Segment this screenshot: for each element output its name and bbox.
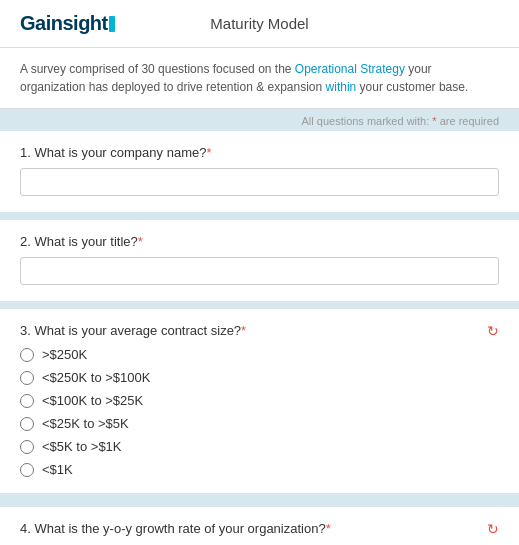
radio-group-3: >$250K <$250K to >$100K <$100K to >$25K …: [20, 347, 499, 477]
highlight-within: within: [326, 80, 357, 94]
radio-input-q3-6[interactable]: [20, 463, 34, 477]
question-block-3: 3. What is your average contract size?* …: [0, 309, 519, 493]
logo: Gainsight: [20, 12, 115, 35]
question-text-1: 1. What is your company name?*: [20, 145, 499, 160]
radio-item-q3-3[interactable]: <$100K to >$25K: [20, 393, 499, 408]
radio-input-q3-3[interactable]: [20, 394, 34, 408]
required-star-1: *: [206, 145, 211, 160]
question-label-3: 3. What is your average contract size?* …: [20, 323, 499, 339]
radio-item-q3-1[interactable]: >$250K: [20, 347, 499, 362]
radio-label-q3-2: <$250K to >$100K: [42, 370, 150, 385]
question-block-2: 2. What is your title?*: [0, 220, 519, 301]
required-asterisk: *: [432, 115, 436, 127]
radio-input-q3-5[interactable]: [20, 440, 34, 454]
required-note: All questions marked with: * are require…: [0, 109, 519, 131]
refresh-icon-4[interactable]: ↻: [487, 521, 499, 537]
company-name-input[interactable]: [20, 168, 499, 196]
radio-input-q3-4[interactable]: [20, 417, 34, 431]
required-star-2: *: [138, 234, 143, 249]
question-text-3: 3. What is your average contract size?*: [20, 323, 479, 338]
radio-item-q3-2[interactable]: <$250K to >$100K: [20, 370, 499, 385]
question-text-4: 4. What is the y-o-y growth rate of your…: [20, 521, 479, 536]
question-label-2: 2. What is your title?*: [20, 234, 499, 249]
radio-item-q3-5[interactable]: <$5K to >$1K: [20, 439, 499, 454]
page-wrapper: Gainsight Maturity Model A survey compri…: [0, 0, 519, 545]
header: Gainsight Maturity Model: [0, 0, 519, 48]
question-label-1: 1. What is your company name?*: [20, 145, 499, 160]
radio-input-q3-2[interactable]: [20, 371, 34, 385]
survey-description: A survey comprised of 30 questions focus…: [0, 48, 519, 109]
question-block-1: 1. What is your company name?*: [0, 131, 519, 212]
question-block-4: 4. What is the y-o-y growth rate of your…: [0, 507, 519, 545]
question-label-4: 4. What is the y-o-y growth rate of your…: [20, 521, 499, 537]
radio-label-q3-5: <$5K to >$1K: [42, 439, 122, 454]
refresh-icon-3[interactable]: ↻: [487, 323, 499, 339]
radio-label-q3-3: <$100K to >$25K: [42, 393, 143, 408]
required-star-3: *: [241, 323, 246, 338]
highlight-operational: Operational Strategy: [295, 62, 405, 76]
logo-cursor: [109, 16, 115, 32]
radio-label-q3-6: <$1K: [42, 462, 73, 477]
radio-item-q3-4[interactable]: <$25K to >$5K: [20, 416, 499, 431]
radio-label-q3-1: >$250K: [42, 347, 87, 362]
question-text-2: 2. What is your title?*: [20, 234, 499, 249]
logo-text: Gainsight: [20, 12, 108, 35]
title-input[interactable]: [20, 257, 499, 285]
radio-input-q3-1[interactable]: [20, 348, 34, 362]
required-star-4: *: [326, 521, 331, 536]
page-title: Maturity Model: [210, 15, 308, 32]
radio-label-q3-4: <$25K to >$5K: [42, 416, 129, 431]
description-text: A survey comprised of 30 questions focus…: [20, 62, 468, 94]
radio-item-q3-6[interactable]: <$1K: [20, 462, 499, 477]
